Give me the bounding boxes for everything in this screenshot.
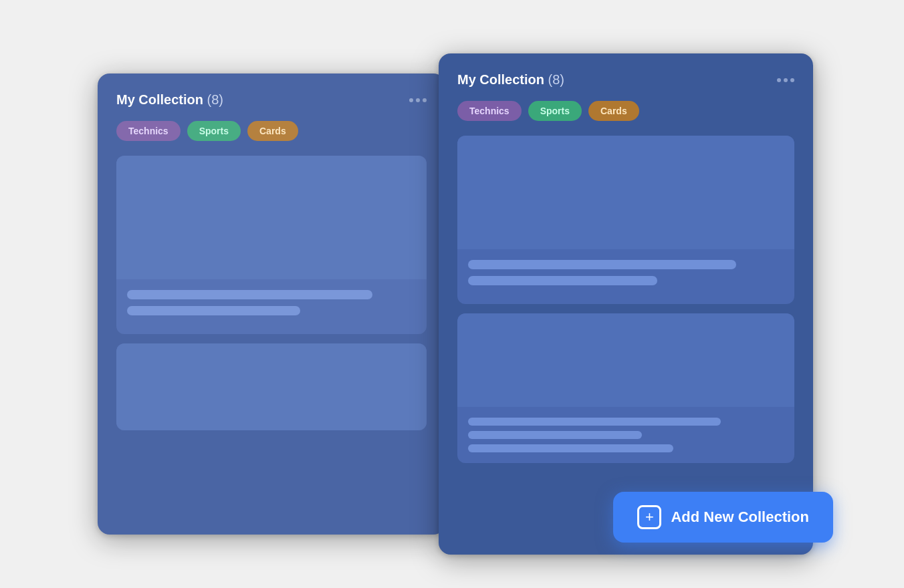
panel-front-count: (8) (548, 72, 564, 87)
content-image-back-2 (116, 343, 427, 430)
content-image-back-1 (116, 156, 427, 279)
tag-sports-front[interactable]: Sports (528, 101, 582, 121)
panel-front-title: My Collection (8) (457, 72, 564, 88)
panel-front: My Collection (8) Technics Sports Cards (439, 53, 813, 555)
content-card-front-2[interactable] (457, 313, 794, 463)
add-label: Add New Collection (671, 508, 809, 526)
mini-bar-3 (468, 444, 673, 452)
content-card-back-1[interactable] (116, 156, 427, 334)
panel-front-header: My Collection (8) (457, 72, 794, 88)
panel-front-tags: Technics Sports Cards (457, 101, 794, 121)
text-line-front-2 (468, 276, 657, 285)
mini-bar-2 (468, 431, 642, 439)
scene: My Collection (8) Technics Sports Cards (84, 33, 820, 555)
add-new-collection-button[interactable]: + Add New Collection (613, 492, 833, 543)
content-image-front-1 (457, 136, 794, 249)
mini-bar-1 (468, 418, 721, 426)
panel-front-more-button[interactable] (777, 78, 794, 82)
tag-technics-front[interactable]: Technics (457, 101, 522, 121)
panel-back-tags: Technics Sports Cards (116, 121, 427, 141)
mini-bars-front (457, 407, 794, 463)
tag-technics-back[interactable]: Technics (116, 121, 181, 141)
panel-back-count: (8) (207, 92, 223, 107)
text-line-2 (127, 306, 300, 315)
panel-back: My Collection (8) Technics Sports Cards (98, 74, 445, 535)
tag-sports-back[interactable]: Sports (187, 121, 241, 141)
text-line-front-1 (468, 260, 736, 269)
panel-back-header: My Collection (8) (116, 92, 427, 108)
tag-cards-back[interactable]: Cards (247, 121, 298, 141)
content-card-back-2[interactable] (116, 343, 427, 430)
content-card-front-1[interactable] (457, 136, 794, 304)
tag-cards-front[interactable]: Cards (588, 101, 639, 121)
panel-back-more-button[interactable] (409, 98, 427, 102)
add-icon: + (637, 505, 661, 529)
content-text-back-1 (116, 279, 427, 334)
text-line-1 (127, 290, 372, 299)
content-image-front-2 (457, 313, 794, 407)
plus-icon: + (645, 510, 654, 525)
panel-back-title: My Collection (8) (116, 92, 223, 108)
content-text-front-1 (457, 249, 794, 304)
